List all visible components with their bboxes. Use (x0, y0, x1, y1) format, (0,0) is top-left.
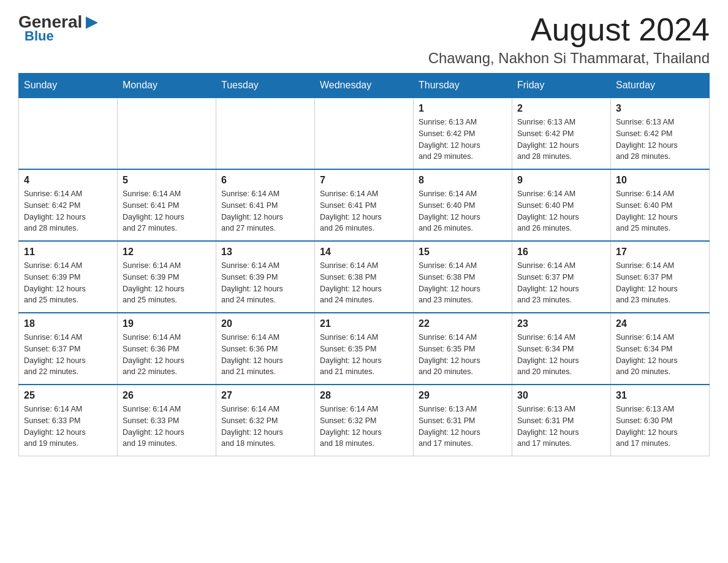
calendar-day-22: 22Sunrise: 6:14 AMSunset: 6:35 PMDayligh… (414, 313, 512, 385)
location-title: Chawang, Nakhon Si Thammarat, Thailand (428, 50, 710, 67)
calendar-day-17: 17Sunrise: 6:14 AMSunset: 6:37 PMDayligh… (611, 241, 710, 313)
calendar-day-1: 1Sunrise: 6:13 AMSunset: 6:42 PMDaylight… (414, 98, 512, 169)
day-info: Sunrise: 6:14 AMSunset: 6:35 PMDaylight:… (320, 332, 408, 378)
day-number: 4 (24, 175, 112, 186)
day-number: 27 (221, 390, 309, 401)
calendar-day-26: 26Sunrise: 6:14 AMSunset: 6:33 PMDayligh… (118, 385, 216, 456)
calendar-day-23: 23Sunrise: 6:14 AMSunset: 6:34 PMDayligh… (512, 313, 611, 385)
day-info: Sunrise: 6:14 AMSunset: 6:33 PMDaylight:… (123, 404, 211, 450)
calendar-day-12: 12Sunrise: 6:14 AMSunset: 6:39 PMDayligh… (118, 241, 216, 313)
calendar-day-20: 20Sunrise: 6:14 AMSunset: 6:36 PMDayligh… (216, 313, 315, 385)
day-info: Sunrise: 6:14 AMSunset: 6:37 PMDaylight:… (24, 332, 112, 378)
day-number: 14 (320, 247, 408, 258)
calendar-day-30: 30Sunrise: 6:13 AMSunset: 6:31 PMDayligh… (512, 385, 611, 456)
day-number: 26 (123, 390, 211, 401)
month-title: August 2024 (428, 12, 710, 47)
calendar-day-19: 19Sunrise: 6:14 AMSunset: 6:36 PMDayligh… (118, 313, 216, 385)
day-info: Sunrise: 6:14 AMSunset: 6:40 PMDaylight:… (419, 188, 507, 234)
calendar-day-27: 27Sunrise: 6:14 AMSunset: 6:32 PMDayligh… (216, 385, 315, 456)
calendar-day-7: 7Sunrise: 6:14 AMSunset: 6:41 PMDaylight… (315, 169, 414, 241)
day-number: 13 (221, 247, 309, 258)
day-number: 1 (419, 103, 507, 114)
col-header-thursday: Thursday (414, 74, 512, 98)
calendar-day-25: 25Sunrise: 6:14 AMSunset: 6:33 PMDayligh… (19, 385, 118, 456)
day-number: 20 (221, 318, 309, 329)
calendar-day-15: 15Sunrise: 6:14 AMSunset: 6:38 PMDayligh… (414, 241, 512, 313)
day-info: Sunrise: 6:14 AMSunset: 6:35 PMDaylight:… (419, 332, 507, 378)
calendar-day-31: 31Sunrise: 6:13 AMSunset: 6:30 PMDayligh… (611, 385, 710, 456)
day-number: 10 (616, 175, 704, 186)
day-number: 18 (24, 318, 112, 329)
svg-marker-0 (86, 17, 98, 29)
calendar-day-8: 8Sunrise: 6:14 AMSunset: 6:40 PMDaylight… (414, 169, 512, 241)
day-info: Sunrise: 6:14 AMSunset: 6:32 PMDaylight:… (221, 404, 309, 450)
calendar-day-11: 11Sunrise: 6:14 AMSunset: 6:39 PMDayligh… (19, 241, 118, 313)
calendar-day-4: 4Sunrise: 6:14 AMSunset: 6:42 PMDaylight… (19, 169, 118, 241)
day-info: Sunrise: 6:14 AMSunset: 6:39 PMDaylight:… (24, 260, 112, 306)
col-header-saturday: Saturday (611, 74, 710, 98)
day-info: Sunrise: 6:14 AMSunset: 6:37 PMDaylight:… (517, 260, 605, 306)
day-info: Sunrise: 6:14 AMSunset: 6:41 PMDaylight:… (221, 188, 309, 234)
day-info: Sunrise: 6:14 AMSunset: 6:36 PMDaylight:… (221, 332, 309, 378)
day-number: 9 (517, 175, 605, 186)
day-info: Sunrise: 6:14 AMSunset: 6:34 PMDaylight:… (517, 332, 605, 378)
day-number: 21 (320, 318, 408, 329)
day-info: Sunrise: 6:14 AMSunset: 6:38 PMDaylight:… (320, 260, 408, 306)
day-info: Sunrise: 6:13 AMSunset: 6:42 PMDaylight:… (419, 117, 507, 163)
day-info: Sunrise: 6:14 AMSunset: 6:38 PMDaylight:… (419, 260, 507, 306)
day-number: 8 (419, 175, 507, 186)
calendar-week-4: 18Sunrise: 6:14 AMSunset: 6:37 PMDayligh… (19, 313, 710, 385)
day-info: Sunrise: 6:14 AMSunset: 6:39 PMDaylight:… (221, 260, 309, 306)
calendar-day-21: 21Sunrise: 6:14 AMSunset: 6:35 PMDayligh… (315, 313, 414, 385)
day-info: Sunrise: 6:13 AMSunset: 6:31 PMDaylight:… (419, 404, 507, 450)
day-number: 3 (616, 103, 704, 114)
day-number: 5 (123, 175, 211, 186)
day-info: Sunrise: 6:14 AMSunset: 6:39 PMDaylight:… (123, 260, 211, 306)
calendar-week-5: 25Sunrise: 6:14 AMSunset: 6:33 PMDayligh… (19, 385, 710, 456)
col-header-monday: Monday (118, 74, 216, 98)
col-header-tuesday: Tuesday (216, 74, 315, 98)
calendar-day-3: 3Sunrise: 6:13 AMSunset: 6:42 PMDaylight… (611, 98, 710, 169)
calendar-day-5: 5Sunrise: 6:14 AMSunset: 6:41 PMDaylight… (118, 169, 216, 241)
day-number: 25 (24, 390, 112, 401)
calendar-day-28: 28Sunrise: 6:14 AMSunset: 6:32 PMDayligh… (315, 385, 414, 456)
day-number: 22 (419, 318, 507, 329)
day-info: Sunrise: 6:14 AMSunset: 6:37 PMDaylight:… (616, 260, 704, 306)
day-number: 16 (517, 247, 605, 258)
calendar-day-24: 24Sunrise: 6:14 AMSunset: 6:34 PMDayligh… (611, 313, 710, 385)
day-number: 6 (221, 175, 309, 186)
day-number: 19 (123, 318, 211, 329)
day-info: Sunrise: 6:14 AMSunset: 6:36 PMDaylight:… (123, 332, 211, 378)
calendar-table: SundayMondayTuesdayWednesdayThursdayFrid… (18, 73, 710, 456)
page-header: General Blue August 2024 Chawang, Nakhon… (18, 12, 710, 67)
day-info: Sunrise: 6:14 AMSunset: 6:32 PMDaylight:… (320, 404, 408, 450)
calendar-day-empty (19, 98, 118, 169)
day-info: Sunrise: 6:14 AMSunset: 6:42 PMDaylight:… (24, 188, 112, 234)
title-block: August 2024 Chawang, Nakhon Si Thammarat… (428, 12, 710, 67)
day-info: Sunrise: 6:14 AMSunset: 6:41 PMDaylight:… (320, 188, 408, 234)
calendar-day-empty (118, 98, 216, 169)
calendar-day-18: 18Sunrise: 6:14 AMSunset: 6:37 PMDayligh… (19, 313, 118, 385)
day-number: 2 (517, 103, 605, 114)
day-number: 11 (24, 247, 112, 258)
day-info: Sunrise: 6:13 AMSunset: 6:42 PMDaylight:… (616, 117, 704, 163)
day-info: Sunrise: 6:14 AMSunset: 6:40 PMDaylight:… (517, 188, 605, 234)
logo-blue-text: Blue (25, 28, 54, 44)
calendar-day-16: 16Sunrise: 6:14 AMSunset: 6:37 PMDayligh… (512, 241, 611, 313)
calendar-day-10: 10Sunrise: 6:14 AMSunset: 6:40 PMDayligh… (611, 169, 710, 241)
col-header-sunday: Sunday (19, 74, 118, 98)
day-info: Sunrise: 6:13 AMSunset: 6:31 PMDaylight:… (517, 404, 605, 450)
day-number: 7 (320, 175, 408, 186)
calendar-day-empty (315, 98, 414, 169)
calendar-week-3: 11Sunrise: 6:14 AMSunset: 6:39 PMDayligh… (19, 241, 710, 313)
day-number: 23 (517, 318, 605, 329)
day-info: Sunrise: 6:14 AMSunset: 6:33 PMDaylight:… (24, 404, 112, 450)
day-number: 28 (320, 390, 408, 401)
day-info: Sunrise: 6:14 AMSunset: 6:34 PMDaylight:… (616, 332, 704, 378)
calendar-day-14: 14Sunrise: 6:14 AMSunset: 6:38 PMDayligh… (315, 241, 414, 313)
calendar-day-2: 2Sunrise: 6:13 AMSunset: 6:42 PMDaylight… (512, 98, 611, 169)
day-info: Sunrise: 6:13 AMSunset: 6:30 PMDaylight:… (616, 404, 704, 450)
logo: General Blue (18, 12, 100, 44)
calendar-day-13: 13Sunrise: 6:14 AMSunset: 6:39 PMDayligh… (216, 241, 315, 313)
calendar-day-29: 29Sunrise: 6:13 AMSunset: 6:31 PMDayligh… (414, 385, 512, 456)
